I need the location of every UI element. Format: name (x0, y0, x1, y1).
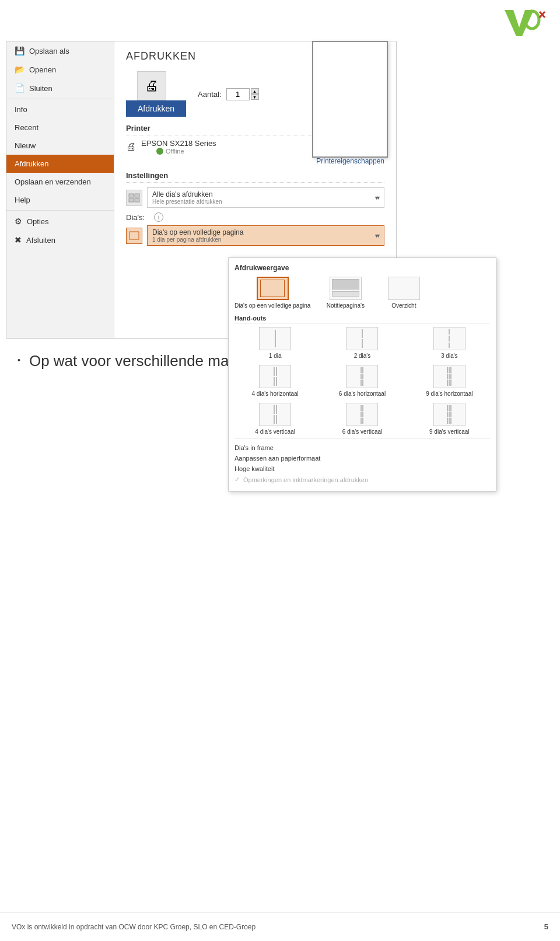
dropdown-arrow-2: ▼ (374, 233, 379, 239)
option-fit[interactable]: Aanpassen aan papierformaat (235, 453, 490, 463)
sidebar-label-sluiten: Sluiten (29, 84, 52, 93)
handout-1dia-label: 1 dia (269, 353, 282, 359)
popup-options: Dia's in frame Aanpassen aan papierforma… (235, 438, 490, 485)
all-slides-icon (126, 190, 142, 206)
handout-9h-label: 9 dia's horizontaal (426, 391, 473, 397)
count-label: Aantal: (198, 90, 221, 99)
afdruk-fullpage-label: Dia's op een volledige pagina (235, 302, 310, 309)
dias-info-icon: i (154, 212, 163, 222)
printer-icon: 🖨 (137, 71, 166, 100)
all-slides-dropdown-wrapper[interactable]: Alle dia's afdrukken Hele presentatie af… (147, 187, 384, 208)
settings-section: Alle dia's afdrukken Hele presentatie af… (126, 187, 384, 246)
all-slides-sub: Hele presentatie afdrukken (152, 198, 222, 205)
check-icon: ✓ (235, 476, 240, 483)
option-frame-label: Dia's in frame (235, 444, 274, 451)
handout-4v[interactable]: 4 dia's verticaal (235, 403, 316, 435)
footer-page-number: 5 (544, 922, 548, 931)
handout-9v[interactable]: 9 dia's verticaal (409, 403, 490, 435)
option-quality-label: Hoge kwaliteit (235, 465, 274, 472)
option-fit-label: Aanpassen aan papierformaat (235, 455, 320, 462)
sidebar-item-openen[interactable]: 📂 Openen (6, 60, 114, 79)
sidebar-label-opties: Opties (27, 217, 49, 226)
handout-6h-label: 6 dia's horizontaal (339, 391, 386, 397)
handout-section-label: Hand-outs (235, 315, 490, 323)
afdruk-fullpage-thumb (257, 277, 289, 300)
afdruk-notes-label: Notitiepagina's (327, 302, 365, 309)
sidebar-label-opslaan-als: Opslaan als (29, 47, 69, 55)
count-input[interactable] (226, 88, 250, 100)
print-button[interactable]: Afdrukken (126, 100, 186, 117)
setting-fullpage-row: Dia's op een volledige pagina 1 dia per … (126, 225, 384, 246)
handout-4h-label: 4 dia's horizontaal (252, 391, 299, 397)
sidebar-item-info[interactable]: Info (6, 100, 114, 119)
printer-properties-link[interactable]: Printereigenschappen (126, 157, 384, 165)
sidebar-item-help[interactable]: Help (6, 191, 114, 209)
question-bullet: • (18, 355, 20, 367)
handout-4h[interactable]: 4 dia's horizontaal (235, 365, 316, 397)
handout-2dias[interactable]: 2 dia's (321, 327, 402, 359)
svg-rect-5 (135, 194, 139, 197)
fullpage-dropdown-wrapper[interactable]: Dia's op een volledige pagina 1 dia per … (147, 225, 384, 246)
sidebar-item-sluiten[interactable]: 📄 Sluiten (6, 79, 114, 97)
afdruk-overview-thumb (388, 277, 420, 300)
count-spinner: ▲ ▼ (251, 88, 259, 100)
handout-9v-thumb (433, 403, 466, 426)
svg-rect-7 (135, 198, 139, 202)
sidebar-label-recent: Recent (15, 123, 38, 132)
sidebar-item-recent[interactable]: Recent (6, 119, 114, 137)
dropdown-arrow-1: ▼ (374, 195, 379, 201)
all-slides-dropdown[interactable]: Alle dia's afdrukken Hele presentatie af… (147, 187, 384, 208)
svg-rect-8 (130, 232, 139, 239)
sidebar-divider-1 (6, 99, 114, 99)
sidebar-item-opslaan-verzenden[interactable]: Opslaan en verzenden (6, 173, 114, 191)
sidebar-label-opslaan-verzenden: Opslaan en verzenden (15, 177, 91, 186)
afdruk-popup-title: Afdrukweergave (235, 264, 490, 272)
fullpage-dropdown[interactable]: Dia's op een volledige pagina 1 dia per … (147, 225, 384, 246)
sidebar-item-nieuw[interactable]: Nieuw (6, 137, 114, 155)
svg-marker-0 (505, 10, 534, 36)
fullpage-main: Dia's op een volledige pagina (152, 228, 243, 236)
spinner-down[interactable]: ▼ (251, 94, 259, 100)
option-frame[interactable]: Dia's in frame (235, 442, 490, 453)
option-quality[interactable]: Hoge kwaliteit (235, 463, 490, 474)
sidebar-item-afdrukken[interactable]: Afdrukken (6, 155, 114, 173)
handout-6h[interactable]: 6 dia's horizontaal (321, 365, 402, 397)
afdruk-notes[interactable]: Notitiepagina's (322, 277, 369, 309)
sidebar-item-afsluiten[interactable]: ✖ Afsluiten (6, 231, 114, 249)
afdruk-overview[interactable]: Overzicht (380, 277, 427, 309)
handout-1dia[interactable]: 1 dia (235, 327, 316, 359)
fullpage-sub: 1 dia per pagina afdrukken (152, 236, 243, 243)
status-dot (156, 148, 163, 155)
handout-3dias[interactable]: 3 dia's (409, 327, 490, 359)
dias-row: Dia's: i (126, 212, 384, 222)
handout-6v[interactable]: 6 dia's verticaal (321, 403, 402, 435)
handout-6v-label: 6 dia's verticaal (342, 428, 383, 435)
sidebar-divider-2 (6, 210, 114, 211)
handout-4v-thumb (259, 403, 291, 426)
svg-rect-6 (129, 198, 134, 202)
printer-name: EPSON SX218 Series (141, 139, 216, 148)
handout-9h[interactable]: 9 dia's horizontaal (409, 365, 490, 397)
afdruk-popup: Afdrukweergave Dia's op een volledige pa… (228, 257, 496, 492)
handout-9h-thumb (433, 365, 466, 388)
handout-4v-label: 4 dia's verticaal (255, 428, 295, 435)
sidebar-item-opslaan-als[interactable]: 💾 Opslaan als (6, 41, 114, 60)
close-file-icon: 📄 (15, 83, 24, 93)
preview-placeholder (313, 41, 387, 157)
sidebar-item-opties[interactable]: ⚙ Opties (6, 212, 114, 231)
option-comments: ✓ Opmerkingen en inktmarkeringen afdrukk… (235, 474, 490, 485)
printer-device-icon: 🖨 (126, 141, 136, 153)
afdruk-handout-grid: 1 dia 2 dia's (235, 327, 490, 435)
afdruk-main-row: Dia's op een volledige pagina Notitiepag… (235, 277, 490, 309)
afdruk-notes-thumb (330, 277, 362, 300)
setting-all-slides-row: Alle dia's afdrukken Hele presentatie af… (126, 187, 384, 208)
printer-status-row: Offline (156, 148, 216, 155)
spinner-up[interactable]: ▲ (251, 88, 259, 94)
handout-2dias-label: 2 dia's (354, 353, 371, 359)
page-footer: VOx is ontwikkeld in opdracht van OCW do… (0, 912, 560, 941)
sidebar-label-afsluiten: Afsluiten (26, 236, 55, 245)
afdruk-fullpage[interactable]: Dia's op een volledige pagina (235, 277, 310, 309)
handout-2dias-thumb (346, 327, 378, 350)
sidebar-label-help: Help (15, 196, 30, 204)
exit-icon: ✖ (15, 235, 22, 245)
